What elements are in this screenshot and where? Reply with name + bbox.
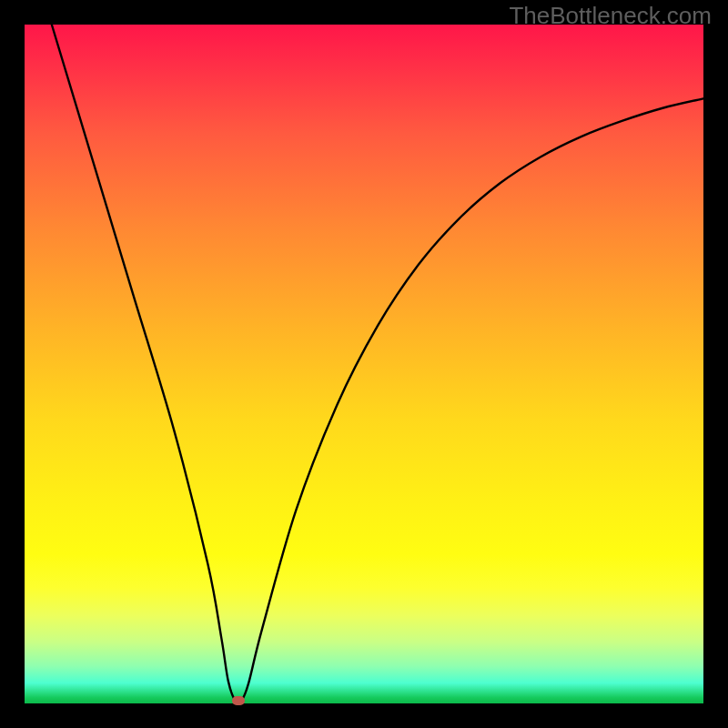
optimal-point-marker	[232, 696, 245, 705]
plot-area	[25, 25, 703, 703]
chart-frame: TheBottleneck.com	[0, 0, 728, 728]
bottleneck-curve	[25, 25, 703, 703]
